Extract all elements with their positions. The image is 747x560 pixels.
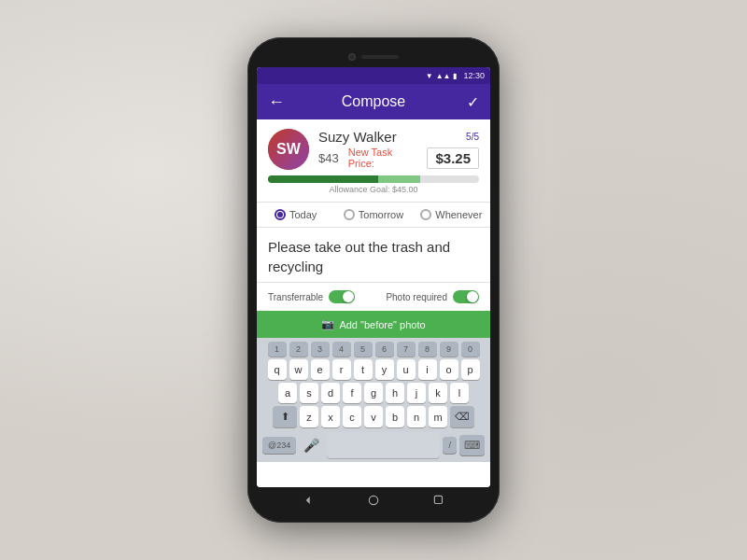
- status-bar: ▼ ▲▲ ▮ 12:30: [257, 67, 490, 84]
- key-d[interactable]: d: [321, 383, 340, 403]
- task-price-value: $3.25: [427, 147, 479, 169]
- phone-device: ▼ ▲▲ ▮ 12:30 ← Compose ✓ SW: [247, 37, 500, 523]
- key-8[interactable]: 8: [418, 342, 437, 357]
- photo-required-switch[interactable]: [453, 290, 479, 303]
- key-m[interactable]: m: [429, 406, 447, 427]
- back-button[interactable]: ←: [268, 92, 285, 112]
- day-option-whenever[interactable]: Whenever: [413, 203, 490, 227]
- key-u[interactable]: u: [397, 359, 416, 380]
- camera-dot: [348, 53, 356, 61]
- key-7[interactable]: 7: [397, 342, 416, 357]
- user-info: Suzy Walker 5/5 $43 New Task Price: $3.2…: [318, 129, 479, 169]
- key-i[interactable]: i: [418, 359, 437, 380]
- speaker-slot: [361, 55, 399, 59]
- radio-tomorrow: [344, 209, 355, 220]
- qwerty-row: q w e r t y u i o p: [260, 359, 487, 380]
- key-4[interactable]: 4: [332, 342, 351, 357]
- key-6[interactable]: 6: [375, 342, 394, 357]
- key-r[interactable]: r: [332, 359, 351, 380]
- status-icons: ▼ ▲▲ ▮ 12:30: [426, 71, 485, 80]
- user-name: Suzy Walker: [318, 129, 397, 145]
- key-5[interactable]: 5: [354, 342, 373, 357]
- key-o[interactable]: o: [440, 359, 458, 380]
- task-price-label: New Task Price:: [348, 147, 418, 169]
- day-option-today[interactable]: Today: [257, 203, 334, 227]
- key-0[interactable]: 0: [461, 342, 480, 357]
- photo-required-label: Photo required: [386, 292, 447, 302]
- key-g[interactable]: g: [364, 383, 383, 403]
- battery-icon: ▮: [453, 72, 457, 80]
- asdf-row: a s d f g h j k l: [260, 383, 487, 403]
- key-z[interactable]: z: [300, 406, 318, 427]
- key-s[interactable]: s: [300, 383, 318, 403]
- mic-icon[interactable]: 🎤: [299, 435, 324, 455]
- radio-whenever: [420, 209, 431, 220]
- keyboard-bottom: @234 🎤 / ⌨: [260, 430, 487, 460]
- radio-today: [275, 209, 286, 220]
- progress-fill-light: [378, 175, 420, 183]
- key-q[interactable]: q: [268, 359, 287, 380]
- user-name-row: Suzy Walker 5/5: [318, 129, 479, 145]
- phone-top: [257, 47, 490, 67]
- phone-nav-bar: [257, 487, 490, 513]
- shift-key[interactable]: ⬆: [273, 406, 297, 427]
- user-amount-row: $43 New Task Price: $3.25: [318, 147, 479, 169]
- keyboard-icon[interactable]: ⌨: [459, 435, 485, 455]
- task-text-area[interactable]: Please take out the trash and recycling: [257, 228, 490, 283]
- confirm-button[interactable]: ✓: [467, 93, 479, 111]
- key-b[interactable]: b: [386, 406, 404, 427]
- key-t[interactable]: t: [354, 359, 373, 380]
- spacebar[interactable]: [327, 432, 440, 458]
- slash-key[interactable]: /: [443, 437, 457, 454]
- progress-goal-label: Allowance Goal: $45.00: [268, 185, 479, 194]
- toggle-transferrable[interactable]: Transferrable: [268, 290, 374, 303]
- day-label-tomorrow: Tomorrow: [359, 209, 403, 220]
- add-photo-button[interactable]: 📷 Add "before" photo: [257, 311, 490, 338]
- key-x[interactable]: x: [321, 406, 340, 427]
- key-w[interactable]: w: [289, 359, 308, 380]
- transferrable-switch[interactable]: [329, 290, 355, 303]
- svg-marker-0: [306, 497, 310, 504]
- number-row: 1 2 3 4 5 6 7 8 9 0: [260, 342, 487, 357]
- recents-nav-button[interactable]: [430, 492, 447, 509]
- key-k[interactable]: k: [429, 383, 447, 403]
- avatar-image: SW: [268, 129, 309, 170]
- clock: 12:30: [463, 71, 485, 80]
- toggles-row: Transferrable Photo required: [257, 283, 490, 311]
- user-row: SW Suzy Walker 5/5 $43 New Task Price: $…: [268, 129, 479, 170]
- key-e[interactable]: e: [311, 359, 330, 380]
- key-1[interactable]: 1: [268, 342, 287, 357]
- at-key[interactable]: @234: [262, 437, 296, 454]
- user-amount: $43: [318, 151, 339, 165]
- progress-fill-dark: [268, 175, 378, 183]
- key-2[interactable]: 2: [289, 342, 308, 357]
- key-3[interactable]: 3: [311, 342, 330, 357]
- key-a[interactable]: a: [278, 383, 297, 403]
- key-v[interactable]: v: [364, 406, 383, 427]
- key-y[interactable]: y: [375, 359, 394, 380]
- wifi-icon: ▼: [426, 72, 433, 80]
- task-text: Please take out the trash and recycling: [268, 237, 479, 276]
- keyboard: 1 2 3 4 5 6 7 8 9 0 q w e r t: [257, 338, 490, 462]
- key-l[interactable]: l: [450, 383, 469, 403]
- key-9[interactable]: 9: [440, 342, 458, 357]
- svg-rect-2: [434, 496, 442, 503]
- home-nav-button[interactable]: [365, 492, 382, 509]
- user-section: SW Suzy Walker 5/5 $43 New Task Price: $…: [257, 119, 490, 202]
- delete-key[interactable]: ⌫: [450, 406, 474, 427]
- toggle-photo-required[interactable]: Photo required: [374, 290, 479, 303]
- key-j[interactable]: j: [407, 383, 426, 403]
- zxcv-row: ⬆ z x c v b n m ⌫: [260, 406, 487, 427]
- key-p[interactable]: p: [461, 359, 480, 380]
- signal-icon: ▲▲: [436, 72, 451, 80]
- key-n[interactable]: n: [407, 406, 426, 427]
- phone-screen: ▼ ▲▲ ▮ 12:30 ← Compose ✓ SW: [257, 67, 490, 487]
- app-bar: ← Compose ✓: [257, 84, 490, 119]
- avatar: SW: [268, 129, 309, 170]
- key-h[interactable]: h: [386, 383, 404, 403]
- key-c[interactable]: c: [343, 406, 361, 427]
- key-f[interactable]: f: [343, 383, 361, 403]
- day-option-tomorrow[interactable]: Tomorrow: [334, 203, 412, 227]
- back-nav-button[interactable]: [300, 492, 317, 509]
- main-content: SW Suzy Walker 5/5 $43 New Task Price: $…: [257, 119, 490, 487]
